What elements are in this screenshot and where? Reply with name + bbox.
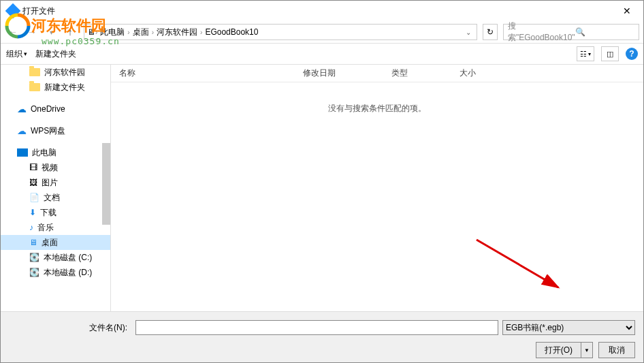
window-title: 打开文件	[22, 5, 613, 17]
music-icon: ♪	[29, 223, 33, 232]
search-icon: 🔍	[575, 27, 634, 37]
svg-line-0	[477, 240, 558, 287]
breadcrumb-dropdown[interactable]: ⌄	[466, 29, 474, 36]
app-icon	[5, 3, 21, 19]
sidebar-item-disk-c[interactable]: 💽本地磁盘 (C:)	[1, 250, 110, 265]
crumb-2[interactable]: 河东软件园	[154, 27, 200, 38]
pc-icon: 🖥	[87, 27, 95, 37]
chevron-down-icon: ▾	[588, 51, 591, 57]
column-headers: 名称 修改日期 类型 大小	[111, 65, 643, 82]
col-size[interactable]: 大小	[451, 67, 519, 79]
sidebar-item-music[interactable]: ♪音乐	[1, 220, 110, 235]
up-button[interactable]: ↑	[62, 24, 78, 40]
sidebar-item-documents[interactable]: 📄文档	[1, 190, 110, 205]
sidebar-item-folder[interactable]: 新建文件夹	[1, 80, 110, 95]
list-icon: ☷	[580, 50, 587, 59]
sidebar-item-wps[interactable]: ☁WPS网盘	[1, 123, 110, 138]
body: 河东软件园 新建文件夹 ☁OneDrive ☁WPS网盘 此电脑 🎞视频 🖼图片…	[1, 65, 643, 311]
sidebar-item-disk-d[interactable]: 💽本地磁盘 (D:)	[1, 265, 110, 280]
sidebar-item-desktop[interactable]: 🖥桌面	[1, 235, 110, 250]
back-button[interactable]: ←	[5, 24, 21, 40]
filename-label: 文件名(N):	[9, 322, 131, 334]
preview-pane-button[interactable]: ◫	[601, 46, 619, 61]
sidebar-item-video[interactable]: 🎞视频	[1, 160, 110, 175]
search-input[interactable]: 搜索"EGoodBook10" 🔍	[503, 24, 639, 40]
chevron-down-icon: ▾	[24, 50, 27, 57]
help-button[interactable]: ?	[626, 48, 638, 60]
folder-icon	[29, 83, 40, 91]
crumb-3[interactable]: EGoodBook10	[202, 27, 261, 37]
recent-dropdown[interactable]: ▾	[43, 24, 59, 40]
crumb-0[interactable]: 此电脑	[97, 27, 127, 38]
sidebar-item-folder[interactable]: 河东软件园	[1, 65, 110, 80]
scrollbar-thumb[interactable]	[102, 143, 110, 225]
folder-icon	[29, 68, 40, 76]
document-icon: 📄	[29, 193, 39, 202]
footer: 文件名(N): EGB书籍(*.egb) 打开(O) ▼ 取消	[1, 311, 643, 362]
col-name[interactable]: 名称	[111, 67, 295, 79]
forward-button: →	[24, 24, 40, 40]
toolbar: 组织 ▾ 新建文件夹 ☷ ▾ ◫ ?	[1, 43, 643, 65]
new-folder-button[interactable]: 新建文件夹	[35, 48, 76, 60]
sidebar-item-onedrive[interactable]: ☁OneDrive	[1, 101, 110, 116]
close-button[interactable]: ✕	[613, 1, 641, 21]
preview-icon: ◫	[607, 50, 613, 59]
desktop-icon: 🖥	[29, 238, 37, 247]
col-modified[interactable]: 修改日期	[295, 67, 383, 79]
cloud-icon: ☁	[17, 104, 27, 114]
empty-message: 没有与搜索条件匹配的项。	[111, 103, 643, 114]
organize-menu[interactable]: 组织 ▾	[6, 48, 27, 60]
breadcrumb[interactable]: 🖥 › 此电脑 › 桌面 › 河东软件园 › EGoodBook10 ⌄	[84, 24, 477, 40]
filetype-select[interactable]: EGB书籍(*.egb)	[502, 320, 635, 335]
picture-icon: 🖼	[29, 178, 37, 187]
sidebar-item-downloads[interactable]: ⬇下载	[1, 205, 110, 220]
titlebar: 打开文件 ✕	[1, 1, 643, 21]
crumb-1[interactable]: 桌面	[130, 27, 152, 38]
sidebar-item-pc[interactable]: 此电脑	[1, 145, 110, 160]
view-mode-button[interactable]: ☷ ▾	[577, 46, 594, 61]
disk-icon: 💽	[29, 253, 39, 262]
cancel-button[interactable]: 取消	[598, 342, 635, 358]
disk-icon: 💽	[29, 268, 39, 277]
annotation-arrow	[473, 236, 568, 298]
pc-icon	[17, 148, 28, 157]
cloud-icon: ☁	[17, 125, 27, 136]
navbar: ← → ▾ ↑ 🖥 › 此电脑 › 桌面 › 河东软件园 › EGoodBook…	[1, 21, 643, 43]
file-list-area: 名称 修改日期 类型 大小 没有与搜索条件匹配的项。	[111, 65, 643, 311]
open-dropdown[interactable]: ▼	[581, 347, 592, 353]
col-type[interactable]: 类型	[383, 67, 451, 79]
open-button[interactable]: 打开(O) ▼	[536, 342, 593, 358]
sidebar-item-pictures[interactable]: 🖼图片	[1, 175, 110, 190]
download-icon: ⬇	[29, 208, 36, 217]
sidebar: 河东软件园 新建文件夹 ☁OneDrive ☁WPS网盘 此电脑 🎞视频 🖼图片…	[1, 65, 111, 311]
filename-input[interactable]	[135, 320, 498, 335]
video-icon: 🎞	[29, 163, 37, 172]
search-placeholder: 搜索"EGoodBook10"	[508, 20, 575, 44]
refresh-button[interactable]: ↻	[483, 24, 498, 40]
